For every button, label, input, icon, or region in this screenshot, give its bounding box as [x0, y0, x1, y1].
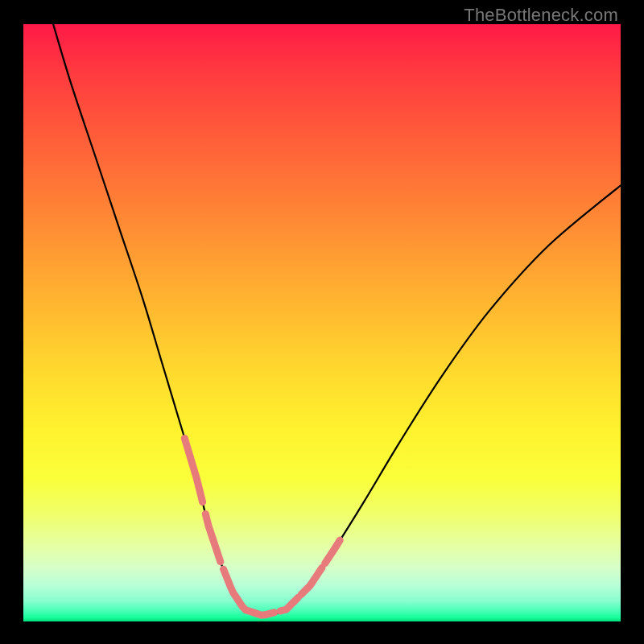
- bottleneck-curve: [53, 24, 621, 616]
- watermark-text: TheBottleneck.com: [464, 5, 618, 26]
- marker-segment: [224, 569, 275, 615]
- marker-segment: [205, 514, 221, 561]
- marker-segment: [325, 540, 341, 564]
- marker-segment: [280, 597, 298, 611]
- marker-segment: [301, 568, 322, 594]
- marker-segment: [184, 438, 202, 502]
- chart-frame: TheBottleneck.com: [0, 0, 644, 644]
- chart-svg: [23, 24, 621, 621]
- chart-plot-area: [23, 24, 621, 621]
- marker-band-group: [184, 438, 340, 615]
